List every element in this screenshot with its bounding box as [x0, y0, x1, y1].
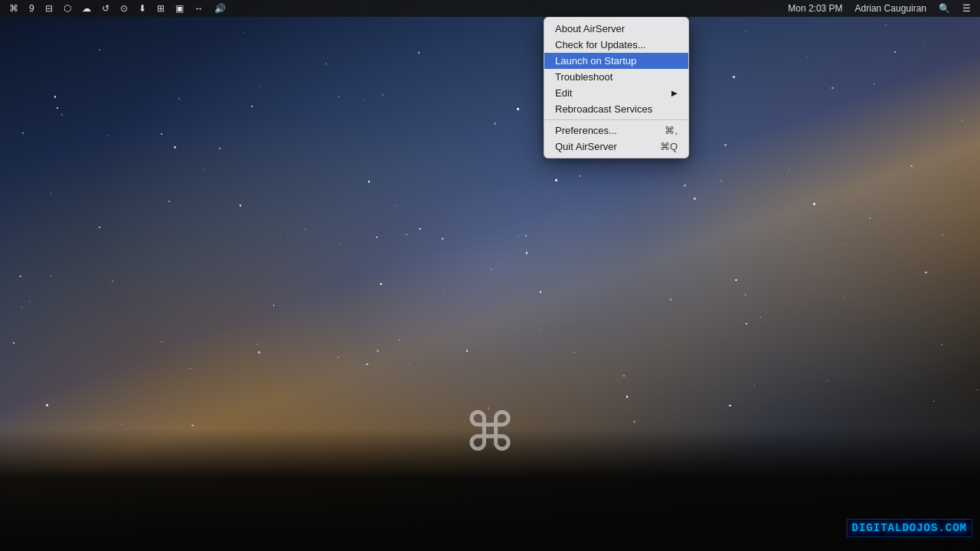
menubar-icon-5[interactable]: ↺	[99, 3, 113, 14]
context-menu: About AirServerCheck for Updates...Launc…	[544, 17, 689, 158]
menubar-user[interactable]: Adrian Cauguiran	[852, 3, 929, 14]
watermark: DIGITALDOJOS.COM	[847, 519, 972, 537]
menu-item-label: Edit	[555, 87, 572, 99]
menu-item-label: About AirServer	[555, 23, 625, 34]
menubar-icon-6[interactable]: ⊙	[117, 3, 131, 14]
menu-separator	[544, 119, 688, 120]
menubar-icon-8[interactable]: ⊞	[154, 3, 168, 14]
menu-item-label: Rebroadcast Services	[555, 103, 652, 115]
menubar-icon-4[interactable]: ☁	[79, 3, 94, 14]
menubar-icon-10[interactable]: ↔	[191, 3, 207, 14]
menubar-icon-3[interactable]: ⬡	[60, 3, 74, 14]
menu-item-rebroadcast[interactable]: Rebroadcast Services	[544, 101, 688, 117]
menu-item-edit[interactable]: Edit▶	[544, 85, 688, 101]
command-symbol: ⌘	[463, 406, 517, 459]
menu-item-launch-startup[interactable]: Launch on Startup	[544, 53, 688, 69]
menu-item-label: Quit AirServer	[555, 141, 617, 152]
submenu-arrow-icon: ▶	[671, 89, 678, 97]
menubar-icon-2[interactable]: ⊟	[42, 3, 56, 14]
menubar-icon-1[interactable]: 9	[26, 3, 38, 14]
menubar: ⌘ 9 ⊟ ⬡ ☁ ↺ ⊙ ⬇ ⊞ ▣ ↔ 🔊 Mon 2:03 PM Adri…	[0, 0, 980, 17]
menu-item-label: Preferences...	[555, 125, 617, 136]
menu-item-label: Check for Updates...	[555, 39, 646, 51]
menubar-icon-9[interactable]: ▣	[172, 3, 187, 14]
menu-item-preferences[interactable]: Preferences...⌘,	[544, 122, 688, 139]
menu-item-shortcut: ⌘Q	[660, 141, 678, 152]
menu-item-label: Troubleshoot	[555, 71, 612, 83]
menubar-clock: Mon 2:03 PM	[785, 3, 845, 14]
search-icon[interactable]: 🔍	[936, 3, 953, 14]
menubar-right: Mon 2:03 PM Adrian Cauguiran 🔍 ☰	[785, 3, 974, 14]
menubar-icon-7[interactable]: ⬇	[136, 3, 149, 14]
menu-icon[interactable]: ☰	[959, 3, 974, 14]
menubar-left: ⌘ 9 ⊟ ⬡ ☁ ↺ ⊙ ⬇ ⊞ ▣ ↔ 🔊	[6, 3, 229, 14]
menu-item-shortcut: ⌘,	[665, 125, 678, 136]
menu-item-quit[interactable]: Quit AirServer⌘Q	[544, 139, 688, 155]
menubar-logo[interactable]: ⌘	[6, 3, 21, 14]
menubar-volume-icon[interactable]: 🔊	[211, 3, 229, 14]
menu-item-label: Launch on Startup	[555, 55, 636, 67]
menu-item-troubleshoot[interactable]: Troubleshoot	[544, 69, 688, 85]
menu-item-about[interactable]: About AirServer	[544, 21, 688, 37]
menu-item-check-updates[interactable]: Check for Updates...	[544, 37, 688, 53]
